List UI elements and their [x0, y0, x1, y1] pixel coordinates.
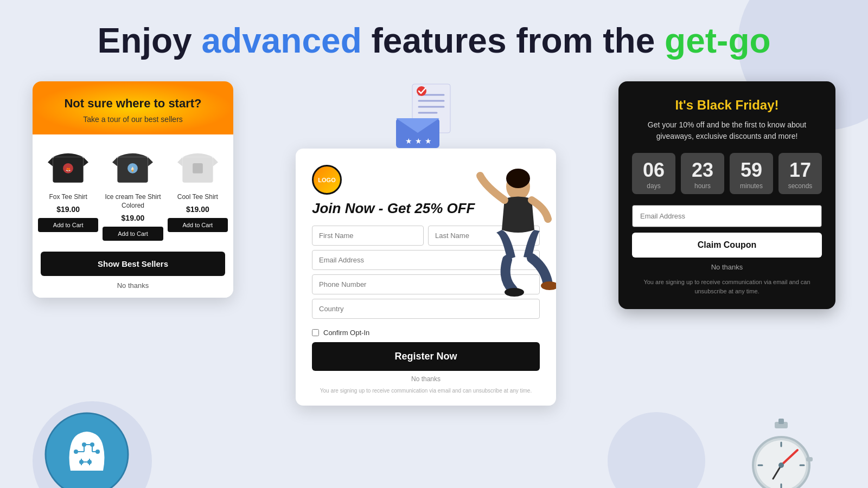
product-price-1: $19.00	[38, 205, 98, 214]
svg-point-41	[90, 442, 94, 447]
blackfriday-email-input[interactable]	[632, 205, 822, 227]
svg-point-40	[82, 442, 86, 447]
add-to-cart-button-2[interactable]: Add to Cart	[103, 227, 163, 241]
countdown-days-label: days	[636, 182, 671, 190]
register-card-inner: LOGO Join Now - Get 25% OFF Confirm Opt-…	[296, 149, 556, 406]
bestsellers-footer: Show Best Sellers No thanks	[33, 252, 233, 298]
countdown-seconds-label: seconds	[783, 182, 818, 190]
show-best-sellers-button[interactable]: Show Best Sellers	[41, 252, 225, 276]
svg-rect-45	[778, 419, 784, 424]
svg-point-43	[87, 460, 92, 464]
countdown-minutes-num: 59	[734, 160, 769, 180]
svg-point-42	[79, 460, 84, 464]
product-price-2: $19.00	[103, 214, 163, 222]
product-item-2: 🍦 Ice cream Tee Shirt Colored $19.00 Add…	[103, 145, 163, 240]
svg-point-27	[505, 288, 524, 297]
envelope-icon: ★ ★ ★	[391, 81, 461, 154]
bestsellers-no-thanks-link[interactable]: No thanks	[41, 281, 225, 290]
opt-in-label: Confirm Opt-In	[323, 329, 369, 337]
countdown-seconds: 17 seconds	[778, 153, 822, 194]
product-image-1: 🦊	[47, 145, 90, 189]
blackfriday-no-thanks[interactable]: No thanks	[632, 263, 822, 271]
svg-text:★: ★	[425, 137, 432, 145]
svg-marker-6	[112, 157, 117, 166]
logo-circle: LOGO	[312, 165, 342, 195]
svg-marker-7	[148, 157, 153, 166]
add-to-cart-button-3[interactable]: Add to Cart	[168, 218, 228, 232]
svg-rect-54	[806, 457, 813, 461]
product-name-1: Fox Tee Shirt	[38, 193, 98, 202]
svg-text:🦊: 🦊	[66, 167, 71, 172]
bestsellers-subtitle: Take a tour of our best sellers	[43, 115, 222, 124]
svg-point-53	[778, 463, 784, 468]
register-disclaimer: You are signing up to receive communicat…	[312, 387, 540, 395]
svg-point-38	[74, 450, 78, 454]
svg-marker-12	[213, 157, 218, 166]
center-section: ★ ★ ★	[250, 81, 602, 406]
countdown-hours-label: hours	[685, 182, 720, 190]
svg-text:★: ★	[415, 137, 422, 145]
svg-rect-13	[193, 163, 203, 174]
register-button[interactable]: Register Now	[312, 342, 540, 371]
opt-in-checkbox[interactable]	[312, 329, 319, 336]
jumping-person-image	[453, 159, 556, 333]
countdown-minutes: 59 minutes	[730, 153, 773, 194]
first-name-input[interactable]	[312, 226, 424, 246]
svg-marker-2	[84, 157, 88, 166]
blackfriday-card: It's Black Friday! Get your 10% off and …	[618, 81, 835, 309]
countdown-seconds-num: 17	[783, 160, 818, 180]
stopwatch-icon	[738, 411, 825, 488]
svg-marker-11	[177, 157, 182, 166]
countdown-hours-num: 23	[685, 160, 720, 180]
bestsellers-header: Not sure where to start? Take a tour of …	[33, 81, 233, 134]
brain-ai-icon	[43, 411, 130, 488]
product-image-2: 🍦	[111, 145, 155, 189]
svg-point-19	[417, 86, 426, 96]
svg-point-39	[95, 450, 100, 454]
product-item-3: Cool Tee Shirt $19.00 Add to Cart	[168, 145, 228, 240]
headline-part3: features from the	[362, 21, 665, 60]
register-card: LOGO Join Now - Get 25% OFF Confirm Opt-…	[296, 149, 556, 406]
countdown-days-num: 06	[636, 160, 671, 180]
product-name-3: Cool Tee Shirt	[168, 193, 228, 202]
headline-part2-blue: advanced	[201, 21, 361, 60]
add-to-cart-button-1[interactable]: Add to Cart	[38, 218, 98, 232]
countdown-days: 06 days	[632, 153, 675, 194]
blackfriday-disclaimer: You are signing up to receive communicat…	[632, 278, 822, 296]
svg-point-26	[506, 169, 530, 188]
headline-part1: Enjoy	[97, 21, 201, 60]
countdown-hours: 23 hours	[681, 153, 724, 194]
svg-marker-1	[48, 157, 53, 166]
bestsellers-card: Not sure where to start? Take a tour of …	[33, 81, 233, 297]
claim-coupon-button[interactable]: Claim Coupon	[632, 233, 822, 258]
blackfriday-title: It's Black Friday!	[632, 98, 822, 113]
countdown-row: 06 days 23 hours 59 minutes 17 seconds	[632, 153, 822, 194]
logo-text: LOGO	[318, 177, 335, 183]
product-price-3: $19.00	[168, 205, 228, 214]
bestsellers-title: Not sure where to start?	[43, 97, 222, 111]
svg-text:🍦: 🍦	[130, 166, 136, 172]
main-headline: Enjoy advanced features from the get-go	[33, 22, 835, 60]
product-item-1: 🦊 Fox Tee Shirt $19.00 Add to Cart	[38, 145, 98, 240]
blackfriday-subtitle: Get your 10% off and be the first to kno…	[632, 119, 822, 142]
products-list: 🦊 Fox Tee Shirt $19.00 Add to Cart	[33, 134, 233, 251]
product-name-2: Ice cream Tee Shirt Colored	[103, 193, 163, 210]
register-no-thanks[interactable]: No thanks	[312, 375, 540, 383]
product-image-3	[176, 145, 219, 189]
bottom-icons-row	[33, 411, 835, 488]
svg-text:★: ★	[405, 137, 412, 145]
headline-part4-green: get-go	[665, 21, 771, 60]
cards-row: Not sure where to start? Take a tour of …	[33, 81, 835, 406]
countdown-minutes-label: minutes	[734, 182, 769, 190]
